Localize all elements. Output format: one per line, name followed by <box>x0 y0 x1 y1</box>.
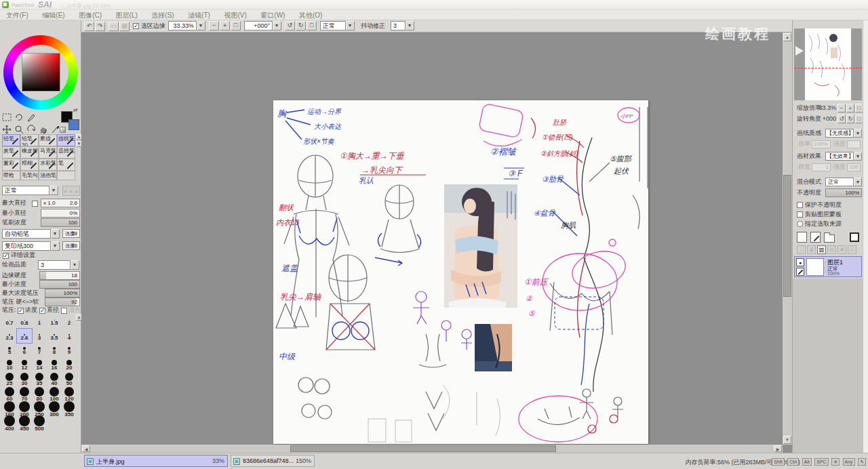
saturation-value-square[interactable] <box>22 53 60 91</box>
nav-zoom-out-button[interactable]: − <box>837 104 846 113</box>
max-density-pressure-slider[interactable]: 100% <box>45 289 80 298</box>
angle-value-field[interactable]: +000° <box>244 21 273 30</box>
size-cell[interactable]: 250 <box>32 400 47 414</box>
brush-item[interactable]: 马克笔 <box>39 146 57 159</box>
color-wheel[interactable] <box>3 35 78 110</box>
right-panel-scroll-strip[interactable] <box>863 20 868 453</box>
new-layer-icon[interactable] <box>797 232 807 243</box>
menu-select[interactable]: 选择(S) <box>145 9 180 20</box>
quality-field[interactable]: 3 <box>38 260 71 270</box>
size-cell[interactable]: 300 <box>47 400 62 414</box>
size-cell[interactable]: 120 <box>62 386 77 400</box>
paper-texture-dropdown[interactable] <box>854 129 862 138</box>
pressure-diameter-checkbox[interactable] <box>39 308 45 314</box>
max-diameter-slider[interactable]: x 1.0 2.6 <box>41 199 80 207</box>
lock-layer-icon[interactable]: ○ <box>848 245 856 254</box>
size-cell[interactable]: 10 <box>2 357 17 371</box>
size-cell[interactable]: 60 <box>2 386 17 400</box>
zoom-out-button[interactable]: − <box>209 21 219 30</box>
paper-texture-field[interactable]: 【无质感】 <box>825 129 854 138</box>
stabilizer-dropdown[interactable] <box>406 21 414 30</box>
canvas-viewport[interactable]: 胸 运动→分界 大小表达 形状×节奏 ①胸大→重→下垂 →乳尖向下 ②褶皱 ③ … <box>81 33 783 445</box>
blend-mode-field[interactable]: 正常 <box>825 178 854 186</box>
blend-mode-dropdown[interactable] <box>854 178 862 186</box>
brush-item[interactable]: 喷枪 <box>2 171 20 180</box>
rect-select-icon[interactable] <box>2 113 13 123</box>
menu-layer[interactable]: 图层(L) <box>110 9 144 20</box>
size-cell[interactable]: 500 <box>32 414 47 428</box>
detail-settings-checkbox[interactable] <box>3 253 9 259</box>
brush-item[interactable]: 油画笔 <box>39 171 57 180</box>
min-density-slider[interactable]: 100 <box>39 280 80 289</box>
canvas-horizontal-scrollbar[interactable]: ◀ ▶ <box>81 445 783 453</box>
brush-texture1-field[interactable]: 自动铅笔 <box>2 229 51 239</box>
undo-button[interactable]: ↶ <box>84 22 94 31</box>
menu-view[interactable]: 视图(V) <box>218 9 252 20</box>
brush-item[interactable]: 铅笔 <box>2 134 20 146</box>
navigator-preview[interactable] <box>794 28 862 100</box>
brush-item[interactable]: 笔 <box>57 159 75 171</box>
transparent-color-swatch[interactable] <box>60 127 66 133</box>
new-linework-layer-icon[interactable] <box>810 232 821 243</box>
brush-item[interactable]: 素描 <box>39 134 57 146</box>
transfer-down-icon[interactable]: ↓ <box>797 245 806 254</box>
horizontal-scroll-thumb[interactable] <box>290 445 556 452</box>
clear-layer-icon[interactable]: ▨ <box>817 245 826 254</box>
zoom-value-field[interactable]: 33.33% <box>168 21 197 30</box>
size-cell[interactable]: 20 <box>62 357 77 371</box>
size-cell[interactable]: 2.3 <box>2 329 17 343</box>
size-cell[interactable]: 4 <box>62 329 77 343</box>
size-cell[interactable]: 50 <box>62 371 77 386</box>
brush-item[interactable]: 毛笔勾 <box>20 171 39 180</box>
size-cell[interactable]: 2 <box>62 314 77 329</box>
merge-down-icon[interactable]: ⇊ <box>807 245 816 254</box>
size-cell[interactable]: 200 <box>17 400 32 414</box>
brush-texture2-dropdown[interactable] <box>51 241 60 251</box>
layer-visibility-icon[interactable]: ● <box>796 258 804 266</box>
material-effect-field[interactable]: 【无效果】 <box>825 152 854 161</box>
pressure-density-checkbox[interactable] <box>18 308 24 314</box>
opacity-slider[interactable]: 100% <box>825 188 862 197</box>
angle-dropdown-button[interactable] <box>273 21 281 30</box>
canvas-page[interactable]: 胸 运动→分界 大小表达 形状×节奏 ①胸大→重→下垂 →乳尖向下 ②褶皱 ③ … <box>273 100 648 444</box>
redo-button[interactable]: ↷ <box>95 22 105 31</box>
size-cell[interactable]: 400 <box>2 414 17 428</box>
nav-rotate-cw-button[interactable]: ↻ <box>846 115 854 123</box>
document-tab-active[interactable]: 上半身.jpg 33% <box>84 455 228 467</box>
selection-edge-checkbox[interactable] <box>133 23 139 29</box>
new-layer-set-icon[interactable] <box>824 234 835 243</box>
brush-item[interactable]: 水彩笔 <box>39 159 57 171</box>
preserve-opacity-checkbox[interactable] <box>797 202 803 208</box>
rotate-cw-button[interactable]: ↻ <box>296 21 306 30</box>
brush-item[interactable]: 模糊 <box>20 159 39 171</box>
size-cell[interactable]: 0.8 <box>17 314 32 329</box>
size-cell[interactable]: 40 <box>47 371 62 386</box>
document-tab[interactable]: 83686e648af748... 150% <box>231 455 315 467</box>
brush-item[interactable] <box>57 171 75 180</box>
layer-mask-icon[interactable] <box>850 232 859 242</box>
select-pen-icon[interactable] <box>26 113 37 123</box>
delete-layer-icon[interactable]: ✕ <box>837 245 846 254</box>
size-cell[interactable]: 25 <box>2 371 17 386</box>
size-cell[interactable]: 160 <box>2 400 17 414</box>
selection-mode-field[interactable]: 正常 <box>320 21 346 30</box>
pressure-blend-checkbox[interactable] <box>61 308 67 314</box>
brush-texture1-dropdown[interactable] <box>51 229 60 239</box>
brush-item[interactable]: 铅笔30 <box>20 134 39 146</box>
size-cell[interactable]: 16 <box>47 357 62 371</box>
size-cell[interactable]: 5 <box>2 343 17 357</box>
size-cell[interactable]: 7 <box>32 343 47 357</box>
size-cell[interactable]: 12 <box>17 357 32 371</box>
menu-file[interactable]: 文件(F) <box>0 9 35 20</box>
size-cell[interactable]: 8 <box>47 343 62 357</box>
max-diameter-checkbox[interactable] <box>32 201 38 207</box>
size-cell[interactable]: 100 <box>47 386 62 400</box>
selection-mode-dropdown[interactable] <box>346 21 355 30</box>
vertical-scroll-thumb[interactable] <box>783 175 791 297</box>
menu-edit[interactable]: 编辑(E) <box>36 9 71 20</box>
zoom-dropdown-button[interactable] <box>197 21 205 30</box>
selection-source-radio[interactable] <box>797 221 803 227</box>
size-cell[interactable]: 35 <box>32 371 47 386</box>
scroll-right-icon[interactable]: ▶ <box>774 445 782 452</box>
size-cell[interactable]: 450 <box>17 414 32 428</box>
